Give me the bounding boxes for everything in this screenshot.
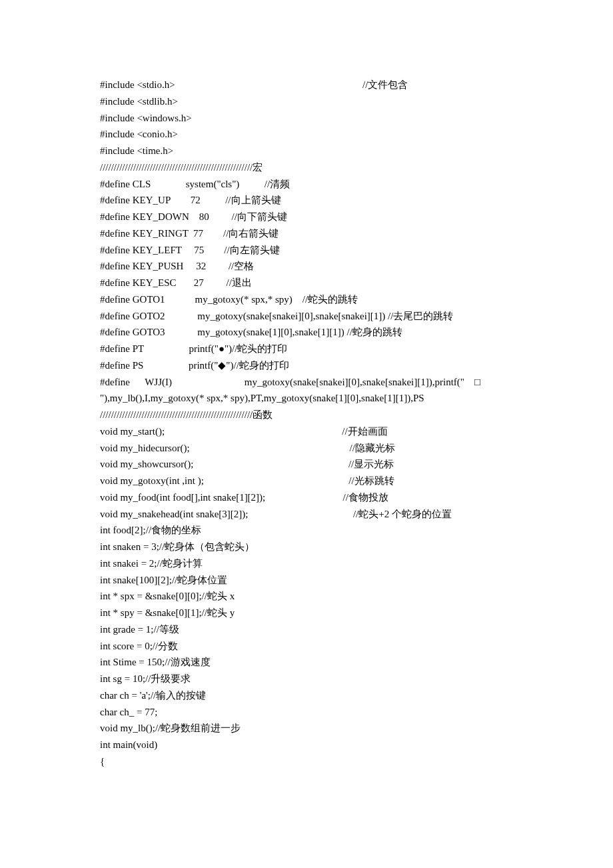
code-line: ////////////////////////////////////////… <box>100 159 513 176</box>
code-line: int Stime = 150;//游戏速度 <box>100 654 513 671</box>
code-line: void my_food(int food[],int snake[1][2])… <box>100 489 513 506</box>
code-line: #define PT printf("●")//蛇头的打印 <box>100 341 513 357</box>
code-line: ////////////////////////////////////////… <box>100 407 513 423</box>
code-line: int snakei = 2;//蛇身计算 <box>100 555 513 572</box>
code-line: int score = 0;//分数 <box>100 638 513 655</box>
code-line: int food[2];//食物的坐标 <box>100 522 513 539</box>
code-line: #define WJJ(I) my_gotoxy(snake[snakei][0… <box>100 374 513 391</box>
code-line: char ch_ = 77; <box>100 704 513 721</box>
code-line: int main(void) <box>100 737 513 753</box>
code-line: int snake[100][2];//蛇身体位置 <box>100 572 513 589</box>
code-line: int grade = 1;//等级 <box>100 621 513 638</box>
code-line: #define GOTO2 my_gotoxy(snake[snakei][0]… <box>100 308 513 325</box>
code-line: #define PS printf("◆")//蛇身的打印 <box>100 357 513 374</box>
code-line: char ch = 'a';//输入的按键 <box>100 687 513 704</box>
code-line: int sg = 10;//升级要求 <box>100 671 513 687</box>
code-line: #include <stdlib.h> <box>100 93 513 110</box>
code-document: #include <stdio.h> //文件包含#include <stdli… <box>0 0 613 868</box>
code-line: #include <stdio.h> //文件包含 <box>100 77 513 93</box>
code-line: int * spy = &snake[0][1];//蛇头 y <box>100 605 513 621</box>
code-line: #define KEY_UP 72 //向上箭头键 <box>100 192 513 209</box>
code-line: void my_hidecursor(); //隐藏光标 <box>100 440 513 457</box>
code-line: #define CLS system("cls") //清频 <box>100 176 513 193</box>
code-line: int snaken = 3;//蛇身体（包含蛇头） <box>100 539 513 555</box>
code-line: { <box>100 753 513 770</box>
code-line: void my_start(); //开始画面 <box>100 423 513 440</box>
code-line: int * spx = &snake[0][0];//蛇头 x <box>100 588 513 605</box>
code-line: #include <windows.h> <box>100 110 513 127</box>
code-line: "),my_lb(),I,my_gotoxy(* spx,* spy),PT,m… <box>100 390 513 407</box>
code-line: void my_snakehead(int snake[3][2]); //蛇头… <box>100 506 513 523</box>
code-line: #include <conio.h> <box>100 126 513 143</box>
code-line: #define GOTO3 my_gotoxy(snake[1][0],snak… <box>100 324 513 341</box>
code-line: #define KEY_LEFT 75 //向左箭头键 <box>100 242 513 259</box>
code-line: void my_showcursor(); //显示光标 <box>100 456 513 473</box>
code-line: #define KEY_ESC 27 //退出 <box>100 275 513 291</box>
code-line: #define KEY_DOWN 80 //向下箭头键 <box>100 209 513 225</box>
code-line: void my_lb();//蛇身数组前进一步 <box>100 720 513 737</box>
code-line: #define GOTO1 my_gotoxy(* spx,* spy) //蛇… <box>100 291 513 308</box>
code-line: #define KEY_PUSH 32 //空格 <box>100 258 513 275</box>
code-line: void my_gotoxy(int ,int ); //光标跳转 <box>100 473 513 489</box>
code-line: #include <time.h> <box>100 143 513 159</box>
code-line: #define KEY_RINGT 77 //向右箭头键 <box>100 225 513 242</box>
